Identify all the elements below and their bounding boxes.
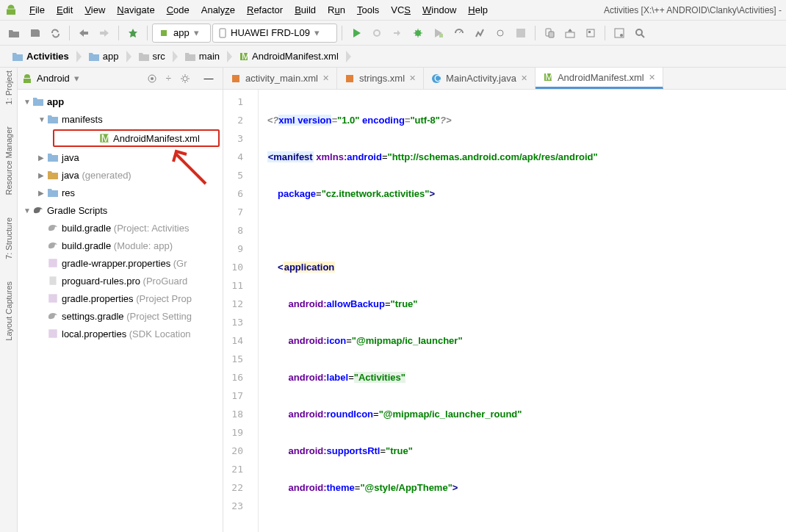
close-icon[interactable]: ✕ (521, 73, 527, 83)
attach-debugger-button[interactable] (491, 24, 510, 43)
resource-manager-button[interactable] (581, 24, 600, 43)
svg-rect-9 (588, 31, 591, 33)
tab-androidmanifest[interactable]: MF AndroidManifest.xml✕ (536, 68, 663, 89)
svg-point-16 (151, 77, 154, 80)
sdk-manager-button[interactable] (560, 24, 580, 43)
select-opened-icon[interactable] (143, 69, 162, 88)
toolbar-separator (605, 26, 605, 40)
svg-point-11 (620, 34, 623, 37)
tree-res[interactable]: ▶ res (18, 184, 223, 201)
menu-view[interactable]: View (79, 2, 111, 18)
tree-app[interactable]: ▼ app (18, 93, 223, 110)
toolbar-separator (147, 26, 148, 40)
toolbar-separator (118, 26, 119, 40)
avd-manager-button[interactable] (540, 24, 559, 43)
run-config-label: app (173, 27, 190, 38)
menu-build[interactable]: Build (289, 2, 322, 18)
svg-rect-6 (549, 32, 554, 37)
menu-window[interactable]: Window (417, 2, 462, 18)
search-button[interactable] (630, 24, 649, 43)
coverage-button[interactable] (429, 24, 448, 43)
tree-java-generated[interactable]: ▶ java (generated) (18, 166, 223, 184)
tree-gradle-scripts[interactable]: ▼ Gradle Scripts (18, 201, 223, 219)
profile-button[interactable] (450, 24, 469, 43)
tree-build-gradle-module[interactable]: build.gradle (Module: app) (18, 237, 223, 254)
run-config-selector[interactable]: app ▾ (152, 24, 211, 43)
debug-button[interactable] (408, 24, 428, 43)
close-icon[interactable]: ✕ (649, 73, 655, 82)
rail-project[interactable]: 1: Project (4, 71, 13, 104)
tree-proguard[interactable]: proguard-rules.pro (ProGuard (18, 272, 223, 290)
tree-java[interactable]: ▶ java (18, 148, 223, 166)
svg-point-1 (415, 30, 421, 36)
apply-code-button[interactable] (388, 24, 407, 43)
tab-strings[interactable]: strings.xml✕ (337, 68, 424, 89)
open-button[interactable] (4, 24, 24, 43)
tree-wrapper-props[interactable]: gradle-wrapper.properties (Gr (18, 254, 223, 272)
line-gutter: 1234567891011121314151617181920212223 (223, 90, 259, 532)
close-icon[interactable]: ✕ (322, 73, 329, 83)
tree-manifests[interactable]: ▼ manifests (18, 110, 223, 128)
svg-rect-0 (220, 29, 226, 37)
svg-rect-7 (566, 32, 574, 37)
breadcrumb-src[interactable]: src (126, 48, 173, 65)
svg-point-17 (183, 76, 187, 81)
menu-navigate[interactable]: Navigate (111, 2, 160, 18)
menu-analyze[interactable]: Analyze (195, 2, 241, 18)
svg-rect-25 (346, 75, 353, 82)
breadcrumb-main[interactable]: main (173, 48, 227, 65)
svg-text:MF: MF (101, 132, 110, 144)
back-button[interactable] (74, 24, 93, 43)
svg-rect-24 (232, 75, 239, 82)
svg-rect-2 (439, 34, 443, 37)
build-button[interactable] (123, 24, 143, 43)
svg-text:C: C (434, 73, 441, 84)
apply-changes-button[interactable] (367, 24, 386, 43)
menu-help[interactable]: Help (462, 2, 494, 18)
svg-rect-20 (48, 259, 57, 267)
breadcrumb: Activities app src main MF AndroidManife… (0, 46, 786, 68)
svg-text:MF: MF (545, 72, 553, 82)
menu-vcs[interactable]: VCS (385, 2, 417, 18)
breadcrumb-project[interactable]: Activities (0, 48, 76, 65)
svg-text:MF: MF (242, 51, 249, 62)
layout-inspector-button[interactable] (610, 24, 629, 43)
tree-manifest-file[interactable]: MF AndroidManifest.xml (53, 129, 220, 147)
tab-activity-main[interactable]: activity_main.xml✕ (223, 68, 337, 89)
profiler-icon[interactable] (470, 24, 489, 43)
forward-button[interactable] (95, 24, 114, 43)
rail-resource-manager[interactable]: Resource Manager (4, 126, 13, 195)
stop-button[interactable] (511, 24, 530, 43)
project-view-label[interactable]: Android (37, 73, 70, 84)
menu-file[interactable]: File (24, 2, 51, 18)
menu-edit[interactable]: Edit (51, 2, 79, 18)
settings-icon[interactable] (176, 69, 195, 88)
project-tree[interactable]: ▼ app ▼ manifests MF AndroidManifest.xml… (18, 90, 223, 532)
tree-settings-gradle[interactable]: settings.gradle (Project Setting (18, 307, 223, 325)
code-editor[interactable]: <?xml version="1.0" encoding="utf-8"?> <… (259, 90, 786, 532)
menu-refactor[interactable]: Refactor (241, 2, 289, 18)
rail-structure[interactable]: 7: Structure (4, 218, 13, 259)
toolbar-separator (342, 26, 342, 40)
save-button[interactable] (25, 24, 44, 43)
menu-tools[interactable]: Tools (351, 2, 385, 18)
toolbar-separator (535, 26, 536, 40)
close-icon[interactable]: ✕ (409, 73, 416, 83)
divider-icon: ÷ (166, 73, 171, 84)
tree-local-props[interactable]: local.properties (SDK Location (18, 325, 223, 342)
tree-gradle-props[interactable]: gradle.properties (Project Prop (18, 290, 223, 307)
tab-mainactivity[interactable]: C MainActivity.java✕ (424, 68, 536, 89)
tree-build-gradle-project[interactable]: build.gradle (Project: Activities (18, 219, 223, 237)
dropdown-icon[interactable]: ▾ (74, 73, 79, 84)
menu-code[interactable]: Code (161, 2, 195, 18)
run-button[interactable] (347, 24, 366, 43)
sync-button[interactable] (46, 24, 65, 43)
rail-layout-captures[interactable]: Layout Captures (4, 281, 13, 341)
breadcrumb-file[interactable]: MF AndroidManifest.xml (227, 48, 346, 65)
device-selector[interactable]: HUAWEI FRD-L09 ▾ (212, 24, 337, 43)
svg-point-3 (497, 30, 503, 36)
menu-run[interactable]: Run (322, 2, 351, 18)
hide-panel-icon[interactable]: — (199, 69, 218, 88)
breadcrumb-app[interactable]: app (76, 48, 126, 65)
toolbar-separator (69, 26, 70, 40)
